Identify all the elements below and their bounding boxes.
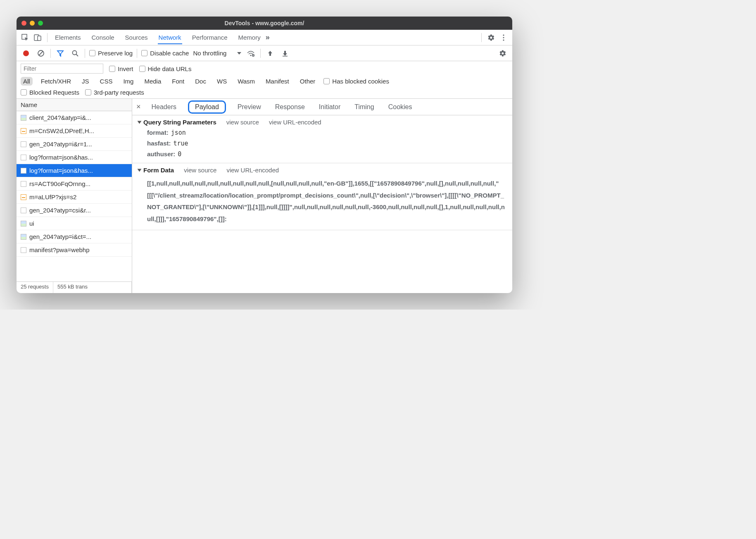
doc-file-icon — [21, 141, 26, 147]
query-param: authuser:0 — [147, 150, 506, 158]
param-value: true — [174, 140, 188, 147]
view-url-encoded-link[interactable]: view URL-encoded — [269, 119, 321, 126]
tab-console[interactable]: Console — [91, 31, 115, 44]
network-conditions-icon[interactable] — [245, 48, 256, 59]
tab-performance[interactable]: Performance — [191, 31, 228, 44]
minimize-window-button[interactable] — [30, 21, 35, 26]
detail-tab-payload[interactable]: Payload — [188, 100, 226, 114]
request-row[interactable]: manifest?pwa=webhp — [17, 243, 132, 257]
request-row[interactable]: gen_204?atyp=csi&r... — [17, 204, 132, 217]
type-filter-font[interactable]: Font — [169, 77, 187, 86]
svg-line-7 — [39, 51, 43, 55]
doc-file-icon — [21, 168, 26, 174]
param-key: format: — [147, 129, 169, 136]
type-filter-doc[interactable]: Doc — [193, 77, 209, 86]
request-row[interactable]: log?format=json&has... — [17, 164, 132, 177]
request-row[interactable]: m=CnSW2d,DPreE,H... — [17, 124, 132, 138]
svg-rect-2 — [38, 36, 41, 41]
detail-tab-preview[interactable]: Preview — [235, 102, 264, 112]
network-toolbar: Preserve log Disable cache No throttling — [17, 45, 512, 61]
js-file-icon — [21, 194, 26, 200]
type-filter-wasm[interactable]: Wasm — [235, 77, 257, 86]
type-filter-img[interactable]: Img — [121, 77, 136, 86]
main-tabs: ElementsConsoleSourcesNetworkPerformance… — [54, 31, 262, 44]
upload-har-icon[interactable] — [265, 48, 276, 59]
query-string-title[interactable]: Query String Parameters — [138, 119, 216, 126]
detail-tab-headers[interactable]: Headers — [149, 102, 179, 112]
name-column-header[interactable]: Name — [17, 99, 132, 111]
window-title: DevTools - www.google.com/ — [17, 20, 512, 26]
type-filter-fetchxhr[interactable]: Fetch/XHR — [38, 77, 74, 86]
disclosure-triangle-icon — [138, 121, 142, 124]
request-row[interactable]: log?format=json&has... — [17, 151, 132, 164]
detail-tab-response[interactable]: Response — [273, 102, 307, 112]
svg-point-3 — [503, 34, 504, 36]
type-filter-css[interactable]: CSS — [97, 77, 115, 86]
svg-point-10 — [250, 55, 252, 56]
filter-input[interactable] — [21, 64, 103, 74]
hide-data-urls-checkbox[interactable]: Hide data URLs — [139, 65, 192, 72]
tab-memory[interactable]: Memory — [238, 31, 262, 44]
request-row[interactable]: client_204?&atyp=i&... — [17, 111, 132, 124]
throttling-select[interactable]: No throttling — [193, 50, 241, 57]
param-key: hasfast: — [147, 140, 171, 147]
view-source-link[interactable]: view source — [184, 167, 216, 174]
request-row[interactable]: gen_204?atyp=i&ct=... — [17, 230, 132, 243]
type-filter-ws[interactable]: WS — [214, 77, 229, 86]
type-filter-other[interactable]: Other — [297, 77, 318, 86]
throttling-label: No throttling — [193, 50, 226, 57]
detail-tab-initiator[interactable]: Initiator — [316, 102, 343, 112]
request-row[interactable]: m=aLUfP?xjs=s2 — [17, 191, 132, 204]
type-filter-js[interactable]: JS — [79, 77, 92, 86]
disable-cache-label: Disable cache — [150, 50, 189, 57]
request-row[interactable]: ui — [17, 217, 132, 230]
query-param: hasfast:true — [147, 140, 506, 147]
preserve-log-checkbox[interactable]: Preserve log — [89, 50, 133, 57]
status-transfer: 555 kB trans — [53, 282, 132, 293]
request-row[interactable]: rs=ACT90oFqOrnng... — [17, 177, 132, 191]
panel-settings-gear-icon[interactable] — [497, 48, 508, 59]
type-filter-manifest[interactable]: Manifest — [263, 77, 292, 86]
more-tabs-icon[interactable]: » — [266, 33, 270, 42]
detail-tab-cookies[interactable]: Cookies — [386, 102, 415, 112]
close-window-button[interactable] — [21, 21, 26, 26]
search-icon[interactable] — [70, 48, 81, 59]
settings-gear-icon[interactable] — [486, 32, 497, 43]
inspect-element-icon[interactable] — [20, 32, 31, 43]
invert-checkbox[interactable]: Invert — [109, 65, 133, 72]
detail-tab-timing[interactable]: Timing — [352, 102, 376, 112]
form-data-title[interactable]: Form Data — [138, 167, 174, 174]
tab-elements[interactable]: Elements — [54, 31, 82, 44]
third-party-checkbox[interactable]: 3rd-party requests — [85, 89, 144, 96]
record-button[interactable] — [21, 48, 31, 59]
request-name: m=aLUfP?xjs=s2 — [29, 193, 76, 200]
doc-file-icon — [21, 155, 26, 160]
blocked-requests-checkbox[interactable]: Blocked Requests — [21, 89, 79, 96]
main-split: Name client_204?&atyp=i&...m=CnSW2d,DPre… — [17, 99, 512, 293]
titlebar: DevTools - www.google.com/ — [17, 17, 512, 30]
type-filter-media[interactable]: Media — [142, 77, 164, 86]
zoom-window-button[interactable] — [38, 21, 43, 26]
disclosure-triangle-icon — [138, 169, 142, 172]
clear-icon[interactable] — [36, 48, 46, 59]
form-data-body: [[1,null,null,null,null,null,null,null,n… — [147, 178, 506, 225]
close-detail-icon[interactable]: × — [136, 103, 141, 111]
view-source-link[interactable]: view source — [226, 119, 259, 126]
download-har-icon[interactable] — [280, 48, 290, 59]
status-request-count: 25 requests — [17, 282, 53, 293]
device-toolbar-icon[interactable] — [32, 32, 43, 43]
type-filter-all[interactable]: All — [21, 77, 33, 86]
has-blocked-cookies-checkbox[interactable]: Has blocked cookies — [323, 78, 389, 85]
tab-network[interactable]: Network — [158, 31, 182, 44]
request-row[interactable]: gen_204?atyp=i&r=1... — [17, 138, 132, 151]
disable-cache-checkbox[interactable]: Disable cache — [141, 50, 189, 57]
kebab-menu-icon[interactable] — [498, 32, 509, 43]
tab-sources[interactable]: Sources — [124, 31, 149, 44]
doc-file-icon — [21, 207, 26, 213]
filter-icon[interactable] — [55, 48, 66, 59]
status-bar: 25 requests 555 kB trans — [17, 281, 132, 293]
view-url-encoded-link[interactable]: view URL-encoded — [226, 167, 279, 174]
detail-tabs: × HeadersPayloadPreviewResponseInitiator… — [132, 99, 512, 115]
type-filter-row: AllFetch/XHRJSCSSImgMediaFontDocWSWasmMa… — [21, 77, 508, 86]
request-name: rs=ACT90oFqOrnng... — [29, 180, 90, 187]
